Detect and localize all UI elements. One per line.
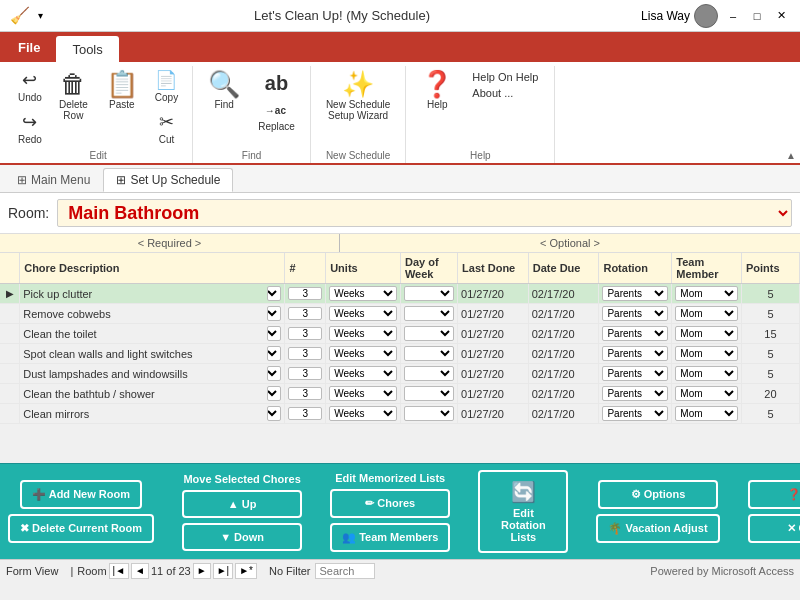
table-row[interactable]: ▶ Pick up clutter ▾ Weeks 01/27/20 [0, 284, 800, 304]
chore-team-dropdown[interactable]: Mom [675, 286, 738, 301]
chore-num-input[interactable] [288, 327, 322, 340]
chore-units-dropdown[interactable]: Weeks [329, 326, 397, 341]
chore-dow-dropdown[interactable] [404, 286, 454, 301]
table-row[interactable]: Remove cobwebs ▾ Weeks 01/27/20 02/17/20 [0, 304, 800, 324]
chore-num-input[interactable] [288, 347, 322, 360]
cut-button[interactable]: ✂ Cut [149, 108, 184, 148]
move-down-button[interactable]: ▼ Down [182, 523, 302, 551]
chore-team-dropdown[interactable]: Mom [675, 406, 738, 421]
chore-team-dropdown[interactable]: Mom [675, 306, 738, 321]
about-link[interactable]: About ... [472, 86, 538, 100]
chore-rotation-dropdown[interactable]: Parents [602, 386, 668, 401]
chore-desc-dropdown[interactable]: ▾ [267, 366, 281, 381]
chore-team-dropdown[interactable]: Mom [675, 346, 738, 361]
chore-desc-dropdown[interactable]: ▾ [267, 326, 281, 341]
table-row[interactable]: Dust lampshades and windowsills ▾ Weeks … [0, 364, 800, 384]
chore-desc-dropdown[interactable]: ▾ [267, 306, 281, 321]
chore-team-dropdown[interactable]: Mom [675, 326, 738, 341]
chore-dow-dropdown[interactable] [404, 326, 454, 341]
chore-units-dropdown[interactable]: Weeks [329, 286, 397, 301]
chore-dow-dropdown[interactable] [404, 406, 454, 421]
nav-prev-button[interactable]: ◄ [131, 563, 149, 579]
chore-num-input[interactable] [288, 387, 322, 400]
chore-units-dropdown[interactable]: Weeks [329, 406, 397, 421]
room-selector[interactable]: Main Bathroom [57, 199, 792, 227]
table-row[interactable]: Clean mirrors ▾ Weeks 01/27/20 02/17/20 [0, 404, 800, 424]
table-row[interactable]: Spot clean walls and light switches ▾ We… [0, 344, 800, 364]
chore-rotation-dropdown[interactable]: Parents [602, 406, 668, 421]
chore-num-cell[interactable] [285, 384, 326, 404]
ribbon-collapse-button[interactable]: ▲ [786, 150, 796, 161]
tab-file[interactable]: File [4, 32, 54, 62]
chore-num-input[interactable] [288, 287, 322, 300]
close-window-button[interactable]: ✕ [772, 7, 790, 25]
nav-new-button[interactable]: ►* [235, 563, 257, 579]
copy-button[interactable]: 📄 Copy [149, 66, 184, 106]
replace-button[interactable]: ab→ac Replace [251, 66, 302, 137]
close-button[interactable]: ✕ Close [748, 514, 800, 543]
chore-team-dropdown[interactable]: Mom [675, 366, 738, 381]
paste-button[interactable]: 📋 Paste [99, 66, 145, 115]
chore-desc-dropdown[interactable]: ▾ [267, 386, 281, 401]
undo-button[interactable]: ↩ Undo [12, 66, 48, 106]
chore-num-cell[interactable] [285, 344, 326, 364]
chore-num-cell[interactable] [285, 364, 326, 384]
chore-dow-dropdown[interactable] [404, 306, 454, 321]
chore-units-dropdown[interactable]: Weeks [329, 306, 397, 321]
chore-desc-dropdown[interactable]: ▾ [267, 346, 281, 361]
chore-desc-dropdown[interactable]: ▾ [267, 406, 281, 421]
window-menu-arrow[interactable]: ▾ [38, 10, 43, 21]
options-button[interactable]: ⚙ Options [598, 480, 718, 509]
chore-num-cell[interactable] [285, 324, 326, 344]
chore-units-dropdown[interactable]: Weeks [329, 366, 397, 381]
table-row[interactable]: Clean the bathtub / shower ▾ Weeks 01/27… [0, 384, 800, 404]
find-button[interactable]: 🔍 Find [201, 66, 247, 115]
edit-rotation-lists-button[interactable]: 🔄 EditRotation Lists [478, 470, 568, 553]
vacation-adjust-button[interactable]: 🌴 Vacation Adjust [596, 514, 719, 543]
maximize-button[interactable]: □ [748, 7, 766, 25]
team-members-button[interactable]: 👥 Team Members [330, 523, 450, 552]
nav-first-button[interactable]: |◄ [109, 563, 130, 579]
add-new-room-button[interactable]: ➕ Add New Room [20, 480, 142, 509]
help-button[interactable]: ❓ Help [414, 66, 460, 115]
help-main-button[interactable]: ❓ Help [748, 480, 800, 509]
tab-tools[interactable]: Tools [56, 36, 118, 62]
chore-num-input[interactable] [288, 407, 322, 420]
chore-num-cell[interactable] [285, 304, 326, 324]
new-schedule-wizard-button[interactable]: ✨ New ScheduleSetup Wizard [319, 66, 397, 126]
search-input[interactable] [315, 563, 375, 579]
ribbon-body: ↩ Undo ↪ Redo 🗑 DeleteRow 📋 Paste 📄 C [0, 62, 800, 165]
record-nav: Room |◄ ◄ 11 of 23 ► ►| ►* [77, 563, 257, 579]
chore-desc-dropdown[interactable]: ▾ [267, 286, 281, 301]
chore-rotation-dropdown[interactable]: Parents [602, 326, 668, 341]
help-on-help-link[interactable]: Help On Help [472, 70, 538, 84]
chores-button[interactable]: ✏ Chores [330, 489, 450, 518]
chore-dow-dropdown[interactable] [404, 346, 454, 361]
cut-label: Cut [159, 134, 175, 145]
chore-num-input[interactable] [288, 307, 322, 320]
filter-area: No Filter [269, 563, 375, 579]
chore-num-cell[interactable] [285, 284, 326, 304]
chore-rotation-dropdown[interactable]: Parents [602, 286, 668, 301]
redo-button[interactable]: ↪ Redo [12, 108, 48, 148]
delete-current-room-button[interactable]: ✖ Delete Current Room [8, 514, 154, 543]
chore-dow-dropdown[interactable] [404, 366, 454, 381]
chore-num-cell[interactable] [285, 404, 326, 424]
chore-team-dropdown[interactable]: Mom [675, 386, 738, 401]
delete-row-button[interactable]: 🗑 DeleteRow [52, 66, 95, 126]
chore-lastdone-cell: 01/27/20 [458, 404, 529, 424]
chore-units-dropdown[interactable]: Weeks [329, 346, 397, 361]
nav-last-button[interactable]: ►| [213, 563, 234, 579]
chore-rotation-dropdown[interactable]: Parents [602, 306, 668, 321]
chore-units-dropdown[interactable]: Weeks [329, 386, 397, 401]
tab-set-up-schedule[interactable]: ⊞ Set Up Schedule [103, 168, 233, 192]
chore-rotation-dropdown[interactable]: Parents [602, 346, 668, 361]
chore-dow-dropdown[interactable] [404, 386, 454, 401]
table-row[interactable]: Clean the toilet ▾ Weeks 01/27/20 02/17/… [0, 324, 800, 344]
tab-main-menu[interactable]: ⊞ Main Menu [4, 168, 103, 192]
chore-rotation-dropdown[interactable]: Parents [602, 366, 668, 381]
nav-next-button[interactable]: ► [193, 563, 211, 579]
minimize-button[interactable]: – [724, 7, 742, 25]
move-up-button[interactable]: ▲ Up [182, 490, 302, 518]
chore-num-input[interactable] [288, 367, 322, 380]
